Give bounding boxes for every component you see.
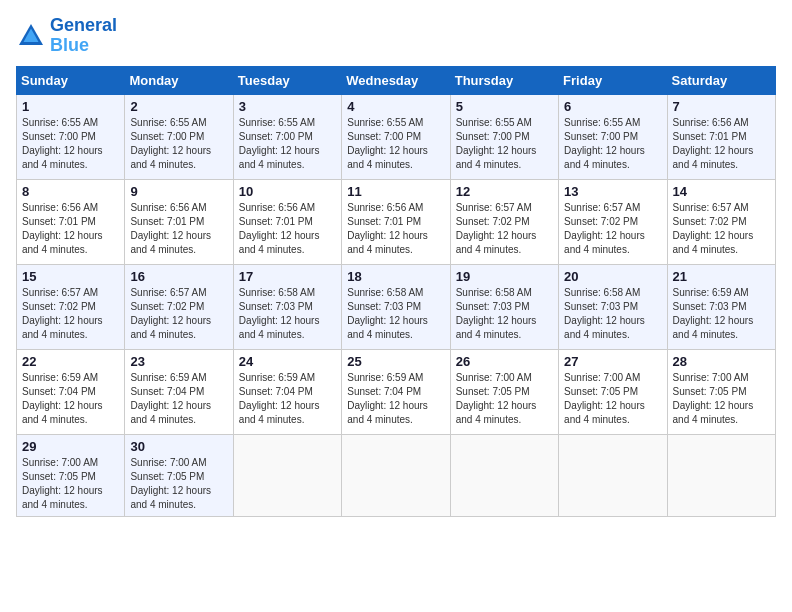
daylight-label: Daylight: 12 hours and 4 minutes. xyxy=(22,485,103,510)
sunset-label: Sunset: 7:00 PM xyxy=(239,131,313,142)
daylight-label: Daylight: 12 hours and 4 minutes. xyxy=(130,230,211,255)
sunrise-label: Sunrise: 6:57 AM xyxy=(130,287,206,298)
daylight-label: Daylight: 12 hours and 4 minutes. xyxy=(673,145,754,170)
day-detail: Sunrise: 6:55 AM Sunset: 7:00 PM Dayligh… xyxy=(239,116,336,172)
day-number: 10 xyxy=(239,184,336,199)
day-number: 27 xyxy=(564,354,661,369)
sunset-label: Sunset: 7:02 PM xyxy=(456,216,530,227)
daylight-label: Daylight: 12 hours and 4 minutes. xyxy=(22,230,103,255)
calendar-cell: 24 Sunrise: 6:59 AM Sunset: 7:04 PM Dayl… xyxy=(233,349,341,434)
day-number: 11 xyxy=(347,184,444,199)
day-detail: Sunrise: 6:57 AM Sunset: 7:02 PM Dayligh… xyxy=(673,201,770,257)
calendar-cell: 12 Sunrise: 6:57 AM Sunset: 7:02 PM Dayl… xyxy=(450,179,558,264)
day-detail: Sunrise: 6:55 AM Sunset: 7:00 PM Dayligh… xyxy=(564,116,661,172)
header-sunday: Sunday xyxy=(17,66,125,94)
sunrise-label: Sunrise: 6:56 AM xyxy=(22,202,98,213)
daylight-label: Daylight: 12 hours and 4 minutes. xyxy=(564,230,645,255)
day-detail: Sunrise: 6:56 AM Sunset: 7:01 PM Dayligh… xyxy=(22,201,119,257)
sunrise-label: Sunrise: 7:00 AM xyxy=(673,372,749,383)
calendar-cell: 26 Sunrise: 7:00 AM Sunset: 7:05 PM Dayl… xyxy=(450,349,558,434)
day-number: 25 xyxy=(347,354,444,369)
calendar-cell xyxy=(450,434,558,516)
sunset-label: Sunset: 7:01 PM xyxy=(22,216,96,227)
calendar-cell: 21 Sunrise: 6:59 AM Sunset: 7:03 PM Dayl… xyxy=(667,264,775,349)
sunrise-label: Sunrise: 6:59 AM xyxy=(22,372,98,383)
daylight-label: Daylight: 12 hours and 4 minutes. xyxy=(456,315,537,340)
calendar-cell: 29 Sunrise: 7:00 AM Sunset: 7:05 PM Dayl… xyxy=(17,434,125,516)
daylight-label: Daylight: 12 hours and 4 minutes. xyxy=(347,315,428,340)
day-detail: Sunrise: 6:55 AM Sunset: 7:00 PM Dayligh… xyxy=(456,116,553,172)
day-detail: Sunrise: 6:55 AM Sunset: 7:00 PM Dayligh… xyxy=(347,116,444,172)
day-number: 28 xyxy=(673,354,770,369)
logo-text: General Blue xyxy=(50,16,117,56)
daylight-label: Daylight: 12 hours and 4 minutes. xyxy=(130,145,211,170)
daylight-label: Daylight: 12 hours and 4 minutes. xyxy=(239,400,320,425)
daylight-label: Daylight: 12 hours and 4 minutes. xyxy=(347,145,428,170)
sunset-label: Sunset: 7:03 PM xyxy=(239,301,313,312)
sunset-label: Sunset: 7:01 PM xyxy=(347,216,421,227)
day-number: 19 xyxy=(456,269,553,284)
daylight-label: Daylight: 12 hours and 4 minutes. xyxy=(564,315,645,340)
sunset-label: Sunset: 7:00 PM xyxy=(456,131,530,142)
calendar-cell: 5 Sunrise: 6:55 AM Sunset: 7:00 PM Dayli… xyxy=(450,94,558,179)
daylight-label: Daylight: 12 hours and 4 minutes. xyxy=(22,315,103,340)
sunrise-label: Sunrise: 6:56 AM xyxy=(347,202,423,213)
header-saturday: Saturday xyxy=(667,66,775,94)
daylight-label: Daylight: 12 hours and 4 minutes. xyxy=(22,400,103,425)
daylight-label: Daylight: 12 hours and 4 minutes. xyxy=(347,400,428,425)
day-number: 18 xyxy=(347,269,444,284)
sunrise-label: Sunrise: 6:55 AM xyxy=(22,117,98,128)
header-tuesday: Tuesday xyxy=(233,66,341,94)
sunset-label: Sunset: 7:05 PM xyxy=(130,471,204,482)
sunset-label: Sunset: 7:00 PM xyxy=(22,131,96,142)
calendar-cell: 16 Sunrise: 6:57 AM Sunset: 7:02 PM Dayl… xyxy=(125,264,233,349)
calendar-cell: 3 Sunrise: 6:55 AM Sunset: 7:00 PM Dayli… xyxy=(233,94,341,179)
day-detail: Sunrise: 6:58 AM Sunset: 7:03 PM Dayligh… xyxy=(456,286,553,342)
calendar-cell: 27 Sunrise: 7:00 AM Sunset: 7:05 PM Dayl… xyxy=(559,349,667,434)
daylight-label: Daylight: 12 hours and 4 minutes. xyxy=(239,315,320,340)
day-number: 8 xyxy=(22,184,119,199)
day-number: 26 xyxy=(456,354,553,369)
day-detail: Sunrise: 7:00 AM Sunset: 7:05 PM Dayligh… xyxy=(456,371,553,427)
sunset-label: Sunset: 7:01 PM xyxy=(239,216,313,227)
sunset-label: Sunset: 7:03 PM xyxy=(673,301,747,312)
calendar-cell: 10 Sunrise: 6:56 AM Sunset: 7:01 PM Dayl… xyxy=(233,179,341,264)
sunset-label: Sunset: 7:01 PM xyxy=(673,131,747,142)
sunrise-label: Sunrise: 6:59 AM xyxy=(347,372,423,383)
calendar-cell: 17 Sunrise: 6:58 AM Sunset: 7:03 PM Dayl… xyxy=(233,264,341,349)
sunset-label: Sunset: 7:00 PM xyxy=(347,131,421,142)
sunrise-label: Sunrise: 6:55 AM xyxy=(239,117,315,128)
sunset-label: Sunset: 7:00 PM xyxy=(130,131,204,142)
sunrise-label: Sunrise: 6:58 AM xyxy=(239,287,315,298)
day-detail: Sunrise: 6:57 AM Sunset: 7:02 PM Dayligh… xyxy=(22,286,119,342)
sunrise-label: Sunrise: 7:00 AM xyxy=(22,457,98,468)
day-number: 6 xyxy=(564,99,661,114)
calendar-cell: 15 Sunrise: 6:57 AM Sunset: 7:02 PM Dayl… xyxy=(17,264,125,349)
sunset-label: Sunset: 7:05 PM xyxy=(673,386,747,397)
sunrise-label: Sunrise: 6:57 AM xyxy=(22,287,98,298)
calendar-cell: 19 Sunrise: 6:58 AM Sunset: 7:03 PM Dayl… xyxy=(450,264,558,349)
daylight-label: Daylight: 12 hours and 4 minutes. xyxy=(456,145,537,170)
day-number: 16 xyxy=(130,269,227,284)
daylight-label: Daylight: 12 hours and 4 minutes. xyxy=(673,400,754,425)
sunset-label: Sunset: 7:04 PM xyxy=(347,386,421,397)
sunrise-label: Sunrise: 6:57 AM xyxy=(673,202,749,213)
day-detail: Sunrise: 6:58 AM Sunset: 7:03 PM Dayligh… xyxy=(564,286,661,342)
sunrise-label: Sunrise: 6:55 AM xyxy=(347,117,423,128)
daylight-label: Daylight: 12 hours and 4 minutes. xyxy=(673,315,754,340)
sunrise-label: Sunrise: 6:57 AM xyxy=(564,202,640,213)
calendar-cell: 14 Sunrise: 6:57 AM Sunset: 7:02 PM Dayl… xyxy=(667,179,775,264)
sunset-label: Sunset: 7:04 PM xyxy=(22,386,96,397)
daylight-label: Daylight: 12 hours and 4 minutes. xyxy=(564,145,645,170)
daylight-label: Daylight: 12 hours and 4 minutes. xyxy=(239,145,320,170)
sunrise-label: Sunrise: 6:56 AM xyxy=(673,117,749,128)
day-number: 7 xyxy=(673,99,770,114)
day-detail: Sunrise: 6:58 AM Sunset: 7:03 PM Dayligh… xyxy=(239,286,336,342)
daylight-label: Daylight: 12 hours and 4 minutes. xyxy=(22,145,103,170)
calendar-cell xyxy=(667,434,775,516)
day-detail: Sunrise: 7:00 AM Sunset: 7:05 PM Dayligh… xyxy=(564,371,661,427)
day-detail: Sunrise: 7:00 AM Sunset: 7:05 PM Dayligh… xyxy=(22,456,119,512)
calendar-cell: 23 Sunrise: 6:59 AM Sunset: 7:04 PM Dayl… xyxy=(125,349,233,434)
day-number: 17 xyxy=(239,269,336,284)
sunrise-label: Sunrise: 6:56 AM xyxy=(239,202,315,213)
